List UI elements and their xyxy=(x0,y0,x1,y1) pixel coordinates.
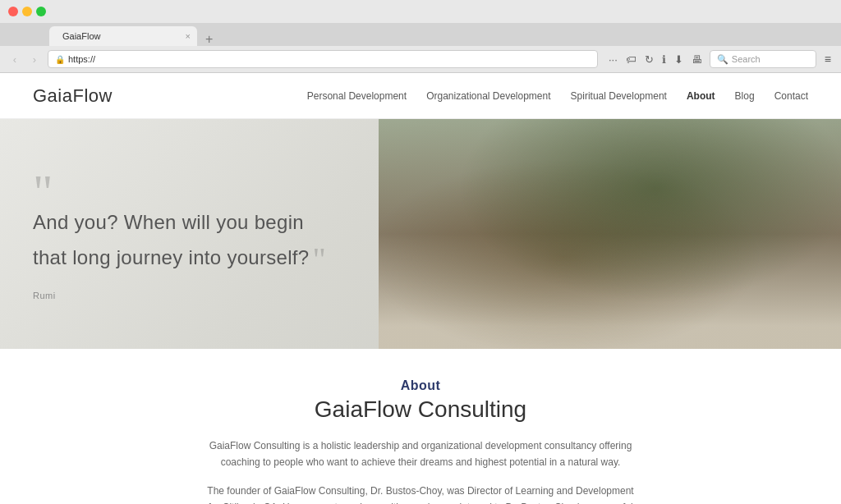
nav-about[interactable]: About xyxy=(687,90,715,102)
search-box[interactable]: 🔍 Search xyxy=(710,50,816,68)
search-placeholder: Search xyxy=(732,54,761,64)
nav-blog[interactable]: Blog xyxy=(735,90,755,102)
url-text: https:// xyxy=(68,54,95,64)
hero-quote-area: " And you? When will you beginthat long … xyxy=(0,167,404,300)
close-button[interactable] xyxy=(8,7,18,16)
tab-close-button[interactable]: × xyxy=(186,31,191,41)
active-tab[interactable]: GaiaFlow × xyxy=(49,26,197,46)
about-label: About xyxy=(164,378,677,393)
tab-title: GaiaFlow xyxy=(62,31,100,41)
search-icon: 🔍 xyxy=(717,54,728,65)
minimize-button[interactable] xyxy=(22,7,32,16)
site-logo[interactable]: GaiaFlow xyxy=(33,85,113,107)
quote-author: Rumi xyxy=(33,291,371,300)
nav-buttons: ‹ › xyxy=(7,51,43,67)
hero-section: " And you? When will you beginthat long … xyxy=(0,119,841,349)
lock-icon: 🔒 xyxy=(55,55,65,64)
traffic-lights xyxy=(8,7,46,16)
download-button[interactable]: ⬇ xyxy=(672,53,686,66)
site-nav: Personal Development Organizational Deve… xyxy=(307,90,808,102)
browser-tools: ··· 🏷 ↻ ℹ ⬇ 🖶 xyxy=(606,53,705,66)
about-paragraph-1: GaiaFlow Consulting is a holistic leader… xyxy=(207,438,634,471)
hero-person-background xyxy=(379,119,841,349)
url-bar[interactable]: 🔒 https:// xyxy=(48,50,598,68)
about-title: GaiaFlow Consulting xyxy=(164,396,677,423)
back-button[interactable]: ‹ xyxy=(7,51,23,67)
hero-image xyxy=(379,119,841,349)
browser-titlebar xyxy=(0,0,841,23)
refresh-button[interactable]: ↻ xyxy=(642,53,656,66)
maximize-button[interactable] xyxy=(36,7,46,16)
nav-personal-development[interactable]: Personal Development xyxy=(307,90,407,102)
site-header: GaiaFlow Personal Development Organizati… xyxy=(0,73,841,119)
address-bar: ‹ › 🔒 https:// ··· 🏷 ↻ ℹ ⬇ 🖶 🔍 Search ≡ xyxy=(0,46,841,72)
hero-quote-text: And you? When will you beginthat long jo… xyxy=(33,208,371,282)
tab-bar: GaiaFlow × + xyxy=(0,23,841,46)
pocket-button[interactable]: 🏷 xyxy=(623,53,639,66)
about-paragraph-2: The founder of GaiaFlow Consulting, Dr. … xyxy=(207,483,634,504)
nav-contact[interactable]: Contact xyxy=(774,90,808,102)
browser-menu-button[interactable]: ≡ xyxy=(821,53,834,66)
nav-organizational-development[interactable]: Organizational Development xyxy=(426,90,550,102)
print-button[interactable]: 🖶 xyxy=(689,53,705,66)
browser-chrome: GaiaFlow × + ‹ › 🔒 https:// ··· 🏷 ↻ ℹ ⬇ … xyxy=(0,0,841,73)
more-tools-button[interactable]: ··· xyxy=(606,53,620,66)
quote-mark-close: " xyxy=(312,241,326,277)
about-section: About GaiaFlow Consulting GaiaFlow Consu… xyxy=(0,349,841,504)
website-content: GaiaFlow Personal Development Organizati… xyxy=(0,73,841,504)
info-button[interactable]: ℹ xyxy=(659,53,669,66)
nav-spiritual-development[interactable]: Spiritual Development xyxy=(571,90,667,102)
new-tab-button[interactable]: + xyxy=(202,33,216,46)
forward-button[interactable]: › xyxy=(26,51,43,67)
